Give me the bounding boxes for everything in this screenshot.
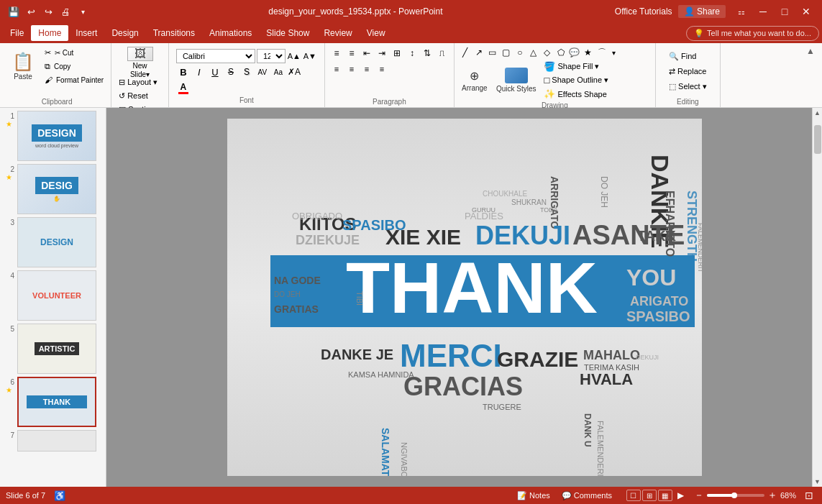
slide-item-3[interactable]: 3 ★ DESIGN bbox=[3, 217, 103, 267]
slide-item-7[interactable]: 7 ★ bbox=[3, 430, 103, 452]
slide-thumb-2[interactable]: DESIG ✋ bbox=[17, 164, 96, 214]
bullets-button[interactable]: ≡ bbox=[329, 46, 344, 60]
slide-item-2[interactable]: 2 ★ DESIG ✋ bbox=[3, 164, 103, 214]
layout-button[interactable]: ⊟ Layout ▾ bbox=[116, 75, 164, 88]
scroll-up-arrow[interactable]: ▲ bbox=[813, 108, 823, 118]
curved-shape[interactable]: ⌒ bbox=[595, 46, 608, 59]
menu-design[interactable]: Design bbox=[104, 25, 145, 41]
menu-transitions[interactable]: Transitions bbox=[146, 25, 202, 41]
justify-button[interactable]: ≡ bbox=[375, 62, 389, 76]
increase-indent-button[interactable]: ⇥ bbox=[375, 46, 389, 60]
slide-sorter-button[interactable]: ⊞ bbox=[642, 490, 657, 501]
arrow-shape[interactable]: ↗ bbox=[472, 46, 485, 59]
triangle-shape[interactable]: △ bbox=[527, 46, 540, 59]
restore-button[interactable]: ⚏ bbox=[731, 1, 752, 22]
scroll-thumb[interactable] bbox=[814, 125, 821, 154]
slide-thumb-6[interactable]: THANK bbox=[17, 377, 96, 427]
line-shape[interactable]: ╱ bbox=[459, 46, 472, 59]
replace-button[interactable]: ⇄ Replace bbox=[666, 65, 709, 78]
shape-effects-button[interactable]: ✨ Effects Shape bbox=[542, 88, 611, 100]
font-family-select[interactable]: Calibri bbox=[176, 49, 255, 63]
find-button[interactable]: 🔍 Find bbox=[666, 50, 699, 63]
quick-styles-button[interactable]: Quick Styles bbox=[493, 65, 539, 96]
font-color-button[interactable]: A bbox=[176, 81, 191, 95]
line-spacing-button[interactable]: ↕ bbox=[405, 46, 419, 60]
copy-button[interactable]: ⧉ Copy bbox=[42, 60, 106, 73]
underline-button[interactable]: U bbox=[208, 65, 222, 79]
shape-fill-button[interactable]: 🪣 Shape Fill ▾ bbox=[542, 60, 611, 73]
slide-thumb-7[interactable] bbox=[17, 430, 96, 452]
save-button[interactable]: 💾 bbox=[6, 4, 22, 19]
align-left-button[interactable]: ≡ bbox=[329, 62, 344, 76]
cut-button[interactable]: ✂ ✂ Cut bbox=[42, 46, 106, 59]
normal-view-button[interactable]: ☐ bbox=[626, 490, 641, 501]
redo-button[interactable]: ↪ bbox=[40, 4, 56, 19]
shape-outline-button[interactable]: □ Shape Outline ▾ bbox=[542, 74, 611, 86]
paste-button[interactable]: 📋 Paste bbox=[7, 46, 39, 86]
char-spacing-button[interactable]: AV bbox=[255, 65, 270, 79]
menu-view[interactable]: View bbox=[360, 25, 393, 41]
rect-shape[interactable]: ▭ bbox=[486, 46, 499, 59]
scroll-down-arrow[interactable]: ▼ bbox=[813, 477, 823, 487]
font-size-select[interactable]: 12 bbox=[257, 49, 286, 63]
change-case-button[interactable]: Aa bbox=[271, 65, 286, 79]
pentagon-shape[interactable]: ⬠ bbox=[554, 46, 567, 59]
rounded-rect-shape[interactable]: ▢ bbox=[500, 46, 513, 59]
bold-button[interactable]: B bbox=[176, 65, 191, 79]
office-tutorials-link[interactable]: Office Tutorials bbox=[615, 6, 672, 17]
select-button[interactable]: ⬚ Select ▾ bbox=[666, 80, 710, 93]
shapes-more[interactable]: ▾ bbox=[609, 46, 619, 59]
reset-button[interactable]: ↺ Reset bbox=[116, 89, 164, 102]
fit-slide-button[interactable]: ⊡ bbox=[802, 490, 816, 501]
tell-me-input[interactable]: 💡 Tell me what you want to do... bbox=[686, 26, 819, 41]
columns-button[interactable]: ⊞ bbox=[390, 46, 404, 60]
new-slide-button[interactable]: 🖼 New Slide▾ bbox=[116, 46, 164, 75]
menu-home[interactable]: Home bbox=[31, 25, 68, 41]
comments-button[interactable]: 💬 Comments bbox=[559, 491, 615, 500]
diamond-shape[interactable]: ◇ bbox=[541, 46, 554, 59]
notes-button[interactable]: 📝 Notes bbox=[514, 491, 553, 500]
slide-thumb-4[interactable]: VOLUNTEER bbox=[17, 270, 96, 321]
reading-view-button[interactable]: ▦ bbox=[658, 490, 672, 501]
slide-item-4[interactable]: 4 ★ VOLUNTEER bbox=[3, 270, 103, 321]
increase-font-btn[interactable]: A▲ bbox=[287, 49, 301, 63]
maximize-button[interactable]: □ bbox=[775, 1, 795, 22]
slide-thumb-1[interactable]: DESIGN word cloud preview bbox=[17, 111, 96, 161]
ribbon-collapse-button[interactable]: ▲ bbox=[803, 45, 818, 58]
shadow-button[interactable]: S bbox=[239, 65, 254, 79]
close-button[interactable]: ✕ bbox=[796, 1, 816, 22]
slide-thumb-3[interactable]: DESIGN bbox=[17, 217, 96, 267]
print-button[interactable]: 🖨 bbox=[58, 4, 73, 19]
share-button[interactable]: 👤 Share bbox=[678, 5, 726, 18]
format-painter-button[interactable]: 🖌 Format Painter bbox=[42, 73, 106, 86]
callout-shape[interactable]: 💬 bbox=[568, 46, 581, 59]
clear-formatting-button[interactable]: ✗A bbox=[287, 65, 301, 79]
zoom-handle[interactable] bbox=[731, 492, 737, 498]
minimize-button[interactable]: ─ bbox=[753, 1, 773, 22]
slide-item-5[interactable]: 5 ★ ARTISTIC bbox=[3, 324, 103, 374]
text-direction-button[interactable]: ⇅ bbox=[420, 46, 434, 60]
decrease-indent-button[interactable]: ⇤ bbox=[360, 46, 374, 60]
slide-item-6[interactable]: 6 ★ THANK bbox=[3, 377, 103, 427]
undo-button[interactable]: ↩ bbox=[23, 4, 39, 19]
italic-button[interactable]: I bbox=[192, 65, 206, 79]
smartart-button[interactable]: ⎍ bbox=[435, 46, 449, 60]
slide-thumb-5[interactable]: ARTISTIC bbox=[17, 324, 96, 374]
menu-review[interactable]: Review bbox=[316, 25, 359, 41]
menu-animations[interactable]: Animations bbox=[202, 25, 259, 41]
center-button[interactable]: ≡ bbox=[344, 62, 359, 76]
arrange-button[interactable]: ⊕ Arrange bbox=[459, 65, 490, 96]
menu-slideshow[interactable]: Slide Show bbox=[259, 25, 316, 41]
oval-shape[interactable]: ○ bbox=[513, 46, 526, 59]
zoom-in-button[interactable]: ＋ bbox=[767, 489, 777, 502]
numbering-button[interactable]: ≡ bbox=[344, 46, 359, 60]
decrease-font-btn[interactable]: A▼ bbox=[303, 49, 317, 63]
menu-insert[interactable]: Insert bbox=[68, 25, 104, 41]
align-right-button[interactable]: ≡ bbox=[360, 62, 374, 76]
strikethrough-button[interactable]: S bbox=[224, 65, 238, 79]
zoom-track[interactable] bbox=[707, 494, 764, 497]
slideshow-button[interactable]: ▶ bbox=[674, 490, 688, 501]
menu-file[interactable]: File bbox=[3, 25, 31, 41]
star-shape[interactable]: ★ bbox=[582, 46, 595, 59]
zoom-out-button[interactable]: － bbox=[694, 489, 704, 502]
